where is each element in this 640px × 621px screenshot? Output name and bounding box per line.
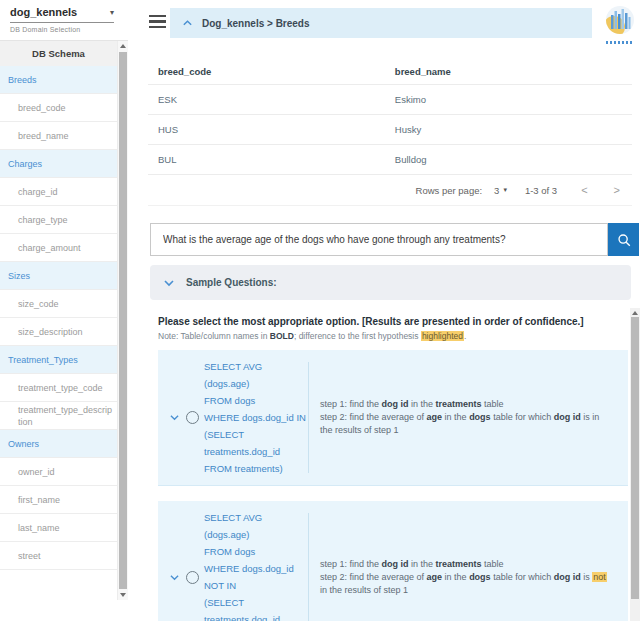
sql-line: WHERE dogs.dog_id (204, 560, 308, 577)
sql-line: (SELECT (204, 426, 308, 443)
schema-column-item[interactable]: treatment_type_description (0, 402, 117, 430)
sidebar: dog_kennels ▾ DB Domain Selection DB Sch… (0, 0, 128, 621)
schema-column-item[interactable]: charge_id (0, 178, 117, 206)
hypothesis-panel: Please select the most appropriate optio… (150, 308, 640, 621)
table-header-row: breed_code breed_name (148, 58, 632, 85)
explanation-steps: step 1: find the dog id in the treatment… (309, 398, 620, 437)
schema-column-item[interactable]: breed_code (0, 94, 117, 122)
highlighted-text: not (592, 572, 607, 582)
table-row: ESKEskimo (148, 85, 632, 115)
table-row: HUSHusky (148, 115, 632, 145)
db-domain-selector[interactable]: dog_kennels ▾ DB Domain Selection (0, 0, 128, 33)
schema-table-item[interactable]: Treatment_Types (0, 346, 117, 374)
schema-column-item[interactable]: last_name (0, 514, 117, 542)
rows-per-page-select[interactable]: 3 ▾ (494, 185, 507, 196)
bold-name-text: BOLD (270, 331, 294, 341)
scrollbar-thumb[interactable] (631, 317, 639, 599)
search-button[interactable] (608, 223, 639, 256)
results-table: breed_code breed_name ESKEskimoHUSHuskyB… (148, 58, 632, 206)
sample-questions-label: Sample Questions: (186, 277, 277, 288)
scroll-up-icon[interactable] (120, 44, 126, 48)
schema-column-item[interactable]: size_description (0, 318, 117, 346)
schema-table-item[interactable]: Sizes (0, 262, 117, 290)
column-header: breed_name (395, 66, 632, 77)
sql-line: (dogs.age) (204, 526, 308, 543)
text-segment: step 1: find the (320, 399, 382, 409)
table-cell: BUL (148, 154, 395, 165)
sql-line: SELECT AVG (204, 509, 308, 526)
schema-column-item[interactable]: first_name (0, 486, 117, 514)
text-segment: table (482, 559, 504, 569)
option-radio[interactable] (186, 571, 199, 584)
question-input[interactable] (150, 223, 608, 256)
panel-title: Please select the most appropriate optio… (158, 316, 628, 327)
menu-icon[interactable] (149, 15, 166, 31)
sql-line: treatments.dog_id (204, 611, 308, 621)
sql-query: SELECT AVG(dogs.age)FROM dogsWHERE dogs.… (204, 509, 308, 621)
text-segment: step 1: find the (320, 559, 382, 569)
option-radio[interactable] (186, 411, 199, 424)
scroll-down-icon[interactable] (120, 593, 126, 597)
sample-questions-toggle[interactable]: Sample Questions: (150, 265, 631, 300)
sidebar-scrollbar[interactable] (118, 41, 128, 600)
bold-name-text: dog id (554, 572, 581, 582)
db-schema-panel: DB Schema Breedsbreed_codebreed_nameChar… (0, 40, 128, 600)
breadcrumb-banner[interactable]: Dog_kennels > Breeds (170, 8, 592, 38)
city-logo-icon (605, 5, 635, 35)
panel-scrollbar[interactable] (630, 308, 640, 621)
text-segment: in the (409, 399, 436, 409)
step-line: step 1: find the dog id in the treatment… (320, 398, 614, 411)
text-segment: table for which (491, 572, 554, 582)
bold-name-text: dogs (469, 412, 491, 422)
bold-name-text: age (427, 412, 443, 422)
db-schema-header: DB Schema (0, 41, 117, 66)
bold-name-text: dogs (469, 572, 491, 582)
bold-name-text: dog id (382, 399, 409, 409)
step-line: step 2: find the average of age in the d… (320, 411, 614, 437)
chevron-down-icon[interactable] (169, 573, 180, 582)
text-segment: in the (442, 412, 469, 422)
sql-query: SELECT AVG (dogs.age)FROM dogsWHERE dogs… (204, 358, 308, 477)
schema-column-item[interactable]: street (0, 542, 117, 570)
schema-table-item[interactable]: Charges (0, 150, 117, 178)
schema-table-item[interactable]: Owners (0, 430, 117, 458)
sql-line: FROM dogs (204, 392, 308, 409)
text-segment: table (482, 399, 504, 409)
text-segment: ; difference to the first hypothesis (294, 331, 421, 341)
column-header: breed_code (148, 66, 395, 77)
scrollbar-thumb[interactable] (119, 52, 127, 589)
bold-name-text: dog id (382, 559, 409, 569)
explanation-steps: step 1: find the dog id in the treatment… (309, 558, 620, 597)
schema-column-item[interactable]: size_code (0, 290, 117, 318)
schema-column-item[interactable]: charge_amount (0, 234, 117, 262)
schema-column-item[interactable]: charge_type (0, 206, 117, 234)
table-cell: HUS (148, 124, 395, 135)
db-schema-list: DB Schema Breedsbreed_codebreed_nameChar… (0, 41, 118, 600)
bold-name-text: dog id (554, 412, 581, 422)
schema-column-item[interactable]: owner_id (0, 458, 117, 486)
rows-per-page-label: Rows per page: (416, 185, 483, 196)
sql-line: FROM treatments) (204, 460, 308, 477)
schema-column-item[interactable]: treatment_type_code (0, 374, 117, 402)
prev-page-button[interactable]: < (581, 184, 587, 196)
chevron-down-icon: ▾ (110, 8, 114, 17)
chevron-down-icon[interactable] (169, 413, 180, 422)
chevron-down-icon (163, 278, 175, 288)
schema-column-item[interactable]: breed_name (0, 122, 117, 150)
db-domain-caption: DB Domain Selection (10, 26, 118, 33)
text-segment: in the (442, 572, 469, 582)
schema-table-item[interactable]: Breeds (0, 66, 117, 94)
db-domain-value[interactable]: dog_kennels (10, 6, 77, 18)
text-segment: step 2: find the average of (320, 412, 427, 422)
text-segment: in the results of step 1 (320, 585, 408, 595)
text-segment: in the (409, 559, 436, 569)
scroll-up-icon[interactable] (632, 311, 638, 315)
text-segment: Note: Table/column names in (158, 331, 270, 341)
table-cell: Husky (395, 124, 632, 135)
table-cell: ESK (148, 94, 395, 105)
text-segment: table for which (491, 412, 554, 422)
next-page-button[interactable]: > (614, 184, 620, 196)
brand-logo (604, 5, 636, 44)
sql-line: SELECT AVG (dogs.age) (204, 358, 308, 392)
logo-caption (606, 41, 634, 44)
